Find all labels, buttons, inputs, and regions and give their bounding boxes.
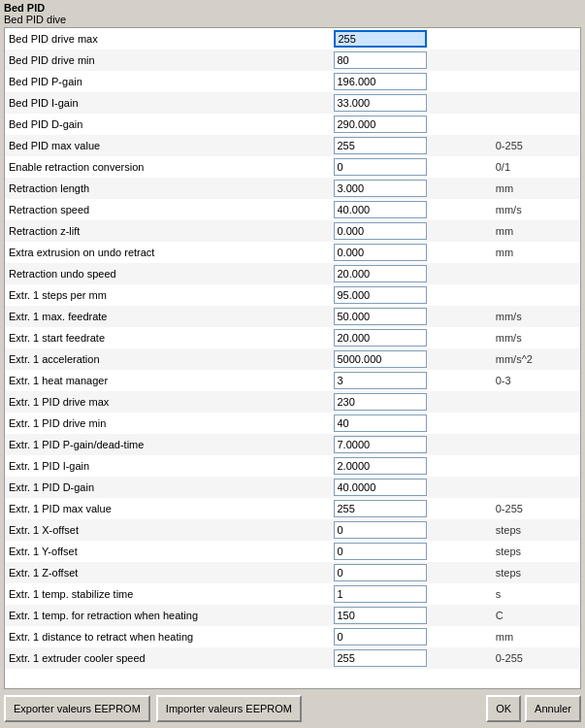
row-unit: 0-255	[492, 647, 580, 669]
row-label: Extr. 1 acceleration	[5, 348, 330, 370]
row-unit: mm/s^2	[492, 348, 580, 370]
cancel-button[interactable]: Annuler	[525, 695, 581, 722]
row-unit: 0-255	[492, 135, 580, 156]
row-input[interactable]	[334, 137, 427, 154]
row-input[interactable]	[334, 116, 427, 133]
table-row: Retraction z-liftmm	[5, 220, 580, 242]
row-input[interactable]	[334, 607, 427, 624]
table-row: Extr. 1 heat manager0-3	[5, 370, 580, 391]
row-input[interactable]	[334, 649, 427, 667]
row-input[interactable]	[334, 350, 427, 368]
row-input[interactable]	[334, 521, 427, 539]
row-input[interactable]	[334, 265, 427, 282]
row-label: Extr. 1 start feedrate	[5, 327, 330, 348]
row-input[interactable]	[334, 94, 427, 112]
row-label: Extr. 1 temp. for retraction when heatin…	[5, 605, 330, 626]
row-input[interactable]	[334, 393, 427, 411]
row-input[interactable]	[334, 436, 427, 453]
row-label: Extr. 1 PID drive max	[5, 391, 330, 413]
row-input[interactable]	[334, 457, 427, 475]
row-label: Extr. 1 PID max value	[5, 498, 330, 519]
row-label: Extr. 1 PID D-gain	[5, 477, 330, 498]
table-row: Extr. 1 max. feedratemm/s	[5, 306, 580, 327]
table-row: Extr. 1 PID drive max	[5, 391, 580, 413]
row-input[interactable]	[334, 564, 427, 581]
row-unit: mm/s	[492, 327, 580, 348]
row-input[interactable]	[334, 201, 427, 218]
table-row: Extr. 1 PID drive min	[5, 413, 580, 434]
row-unit: 0-255	[492, 498, 580, 519]
row-unit: mm	[492, 242, 580, 263]
row-label: Enable retraction conversion	[5, 156, 330, 178]
row-unit: mm	[492, 626, 580, 647]
row-input[interactable]	[334, 308, 427, 325]
row-input[interactable]	[334, 180, 427, 197]
row-unit: mm/s	[492, 199, 580, 220]
row-label: Bed PID D-gain	[5, 114, 330, 135]
row-unit	[492, 28, 580, 50]
table-row: Extr. 1 Y-offsetsteps	[5, 541, 580, 562]
table-row: Bed PID drive min	[5, 50, 580, 71]
table-row: Extr. 1 PID D-gain	[5, 477, 580, 498]
table-row: Retraction speedmm/s	[5, 199, 580, 220]
row-label: Extr. 1 PID drive min	[5, 413, 330, 434]
row-label: Bed PID I-gain	[5, 92, 330, 114]
table-row: Extr. 1 PID I-gain	[5, 455, 580, 477]
row-input[interactable]	[334, 500, 427, 517]
row-label: Bed PID drive min	[5, 50, 330, 71]
row-unit: steps	[492, 562, 580, 583]
settings-scroll-area[interactable]: Bed PID drive maxBed PID drive minBed PI…	[4, 27, 581, 689]
row-label: Extr. 1 X-offset	[5, 519, 330, 541]
row-input[interactable]	[334, 543, 427, 560]
row-input[interactable]	[334, 372, 427, 389]
row-input[interactable]	[334, 30, 427, 48]
row-unit	[492, 413, 580, 434]
table-row: Retraction undo speed	[5, 263, 580, 284]
row-input[interactable]	[334, 628, 427, 645]
table-row: Enable retraction conversion0/1	[5, 156, 580, 178]
row-input[interactable]	[334, 222, 427, 240]
table-row: Extr. 1 distance to retract when heating…	[5, 626, 580, 647]
row-input[interactable]	[334, 158, 427, 176]
row-input[interactable]	[334, 479, 427, 496]
row-label: Extr. 1 heat manager	[5, 370, 330, 391]
row-unit	[492, 434, 580, 455]
row-unit: mm/s	[492, 306, 580, 327]
row-label: Bed PID P-gain	[5, 71, 330, 92]
row-label: Extr. 1 Z-offset	[5, 562, 330, 583]
table-row: Extra extrusion on undo retractmm	[5, 242, 580, 263]
table-row: Bed PID P-gain	[5, 71, 580, 92]
row-input[interactable]	[334, 286, 427, 304]
ok-button[interactable]: OK	[486, 695, 521, 722]
bottom-toolbar: Exporter valeurs EEPROM Importer valeurs…	[0, 689, 585, 728]
row-label: Retraction length	[5, 178, 330, 199]
row-unit: steps	[492, 541, 580, 562]
row-unit	[492, 477, 580, 498]
row-input[interactable]	[334, 329, 427, 347]
table-row: Extr. 1 steps per mm	[5, 284, 580, 306]
row-unit	[492, 284, 580, 306]
row-input[interactable]	[334, 585, 427, 603]
table-row: Bed PID I-gain	[5, 92, 580, 114]
row-unit	[492, 92, 580, 114]
import-button[interactable]: Importer valeurs EEPROM	[156, 695, 302, 722]
row-unit	[492, 50, 580, 71]
export-button[interactable]: Exporter valeurs EEPROM	[4, 695, 150, 722]
settings-table: Bed PID drive maxBed PID drive minBed PI…	[5, 28, 580, 669]
row-input[interactable]	[334, 73, 427, 90]
row-label: Extr. 1 distance to retract when heating	[5, 626, 330, 647]
window-subtitle: Bed PID dive	[4, 14, 581, 25]
row-label: Extr. 1 max. feedrate	[5, 306, 330, 327]
row-label: Retraction z-lift	[5, 220, 330, 242]
row-input[interactable]	[334, 51, 427, 69]
row-label: Bed PID max value	[5, 135, 330, 156]
row-input[interactable]	[334, 244, 427, 261]
row-unit: 0-3	[492, 370, 580, 391]
row-unit	[492, 263, 580, 284]
row-label: Retraction speed	[5, 199, 330, 220]
row-label: Bed PID drive max	[5, 28, 330, 50]
row-unit	[492, 391, 580, 413]
row-unit	[492, 455, 580, 477]
row-input[interactable]	[334, 414, 427, 432]
table-row: Bed PID max value0-255	[5, 135, 580, 156]
